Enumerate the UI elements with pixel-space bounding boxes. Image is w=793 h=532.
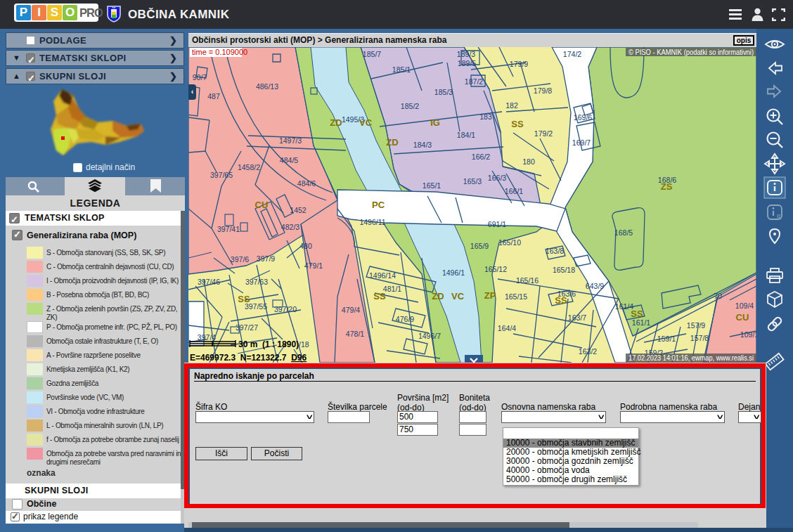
svg-text:165/10: 165/10 xyxy=(498,238,521,247)
svg-text:484/5: 484/5 xyxy=(280,156,298,164)
svg-text:E=469972.3 N=121322.7 D96: E=469972.3 N=121322.7 D96 xyxy=(190,353,307,363)
svg-text:484/6: 484/6 xyxy=(297,179,316,188)
svg-text:161/1: 161/1 xyxy=(632,318,650,327)
svg-text:ZP: ZP xyxy=(484,290,496,301)
svg-text:185/2: 185/2 xyxy=(401,102,419,110)
svg-text:SS: SS xyxy=(555,295,567,306)
svg-text:166/3: 166/3 xyxy=(488,174,506,182)
svg-text:163/2: 163/2 xyxy=(579,347,597,356)
svg-text:479/1: 479/1 xyxy=(304,261,323,270)
svg-text:© PISO - KAMNIK (podatki so in: © PISO - KAMNIK (podatki so informativni… xyxy=(628,48,754,56)
svg-text:184/3: 184/3 xyxy=(413,141,432,149)
svg-text:478/1: 478/1 xyxy=(346,330,364,338)
svg-text:1458/2: 1458/2 xyxy=(238,163,260,171)
svg-text:180: 180 xyxy=(522,157,535,166)
svg-text:1496/7: 1496/7 xyxy=(418,332,441,340)
svg-text:691/1: 691/1 xyxy=(488,220,506,228)
svg-text:397/46: 397/46 xyxy=(198,278,220,286)
svg-text:479/4: 479/4 xyxy=(342,306,360,314)
svg-text:179/9: 179/9 xyxy=(510,60,528,68)
svg-text:481/1: 481/1 xyxy=(383,285,401,293)
svg-text:169/6: 169/6 xyxy=(574,113,592,122)
svg-text:165/9: 165/9 xyxy=(470,242,489,250)
svg-text:IG: IG xyxy=(430,117,440,128)
svg-text:397/4: 397/4 xyxy=(198,333,216,342)
svg-text:476/9: 476/9 xyxy=(396,315,414,323)
svg-text:397/20: 397/20 xyxy=(274,305,297,313)
svg-text:397/6: 397/6 xyxy=(231,255,249,264)
svg-text:183: 183 xyxy=(479,112,492,121)
svg-text:185/1: 185/1 xyxy=(392,65,411,74)
svg-text:482/3: 482/3 xyxy=(281,223,299,231)
svg-text:165/16: 165/16 xyxy=(516,276,539,285)
svg-text:166/1: 166/1 xyxy=(505,187,523,195)
svg-text:185/3: 185/3 xyxy=(434,88,453,96)
svg-text:179/2: 179/2 xyxy=(534,129,553,138)
svg-text:SS: SS xyxy=(511,119,524,129)
svg-text:397/41: 397/41 xyxy=(217,225,240,233)
svg-text:187/2: 187/2 xyxy=(465,77,483,86)
svg-text:1497/3: 1497/3 xyxy=(279,136,302,145)
svg-text:165/18: 165/18 xyxy=(553,266,575,274)
svg-text:163/8: 163/8 xyxy=(546,247,564,255)
svg-text:157/9: 157/9 xyxy=(687,321,705,330)
svg-text:486/13: 486/13 xyxy=(256,82,278,91)
svg-text:184/1: 184/1 xyxy=(457,131,475,139)
svg-text:SS: SS xyxy=(238,294,250,304)
svg-text:179/8: 179/8 xyxy=(534,86,552,95)
svg-text:169/7: 169/7 xyxy=(572,138,591,147)
svg-text:PC: PC xyxy=(372,200,385,210)
svg-text:ZD: ZD xyxy=(330,117,342,128)
svg-text:487: 487 xyxy=(207,92,220,100)
svg-text:159/1: 159/1 xyxy=(657,335,676,343)
svg-text:189/5: 189/5 xyxy=(458,59,476,67)
svg-text:SS: SS xyxy=(631,309,643,319)
svg-text:166/2: 166/2 xyxy=(472,153,490,161)
svg-text:182: 182 xyxy=(505,101,518,110)
svg-text:189/3: 189/3 xyxy=(457,50,475,58)
svg-text:time = 0.109000: time = 0.109000 xyxy=(192,48,247,56)
svg-text:397/9: 397/9 xyxy=(257,254,275,263)
svg-text:1452: 1452 xyxy=(290,206,307,214)
svg-text:30 m (1 : 1890): 30 m (1 : 1890) xyxy=(238,339,299,349)
svg-text:70: 70 xyxy=(714,292,722,300)
svg-text:168/5: 168/5 xyxy=(614,228,633,237)
svg-text:/18: /18 xyxy=(299,340,309,349)
svg-text:1496/1: 1496/1 xyxy=(442,268,465,277)
svg-text:643/9: 643/9 xyxy=(586,282,604,290)
svg-text:g: g xyxy=(777,212,780,219)
svg-text:ZD: ZD xyxy=(386,137,398,148)
svg-text:ZS: ZS xyxy=(661,181,673,192)
svg-text:163/7: 163/7 xyxy=(568,313,586,322)
svg-text:17.02.2023 14:01:16, ewmap, ww: 17.02.2023 14:01:16, ewmap, www.realis.s… xyxy=(628,353,754,362)
svg-text:157/8: 157/8 xyxy=(690,334,709,342)
svg-text:CU: CU xyxy=(255,200,269,210)
svg-text:397/65: 397/65 xyxy=(210,171,233,179)
svg-text:165/12: 165/12 xyxy=(484,265,507,273)
svg-text:397/63: 397/63 xyxy=(245,278,268,286)
svg-text:185/7: 185/7 xyxy=(363,50,381,58)
svg-text:1496/14: 1496/14 xyxy=(369,271,396,280)
svg-text:ZD: ZD xyxy=(432,291,444,301)
svg-text:109/1: 109/1 xyxy=(740,330,756,339)
svg-text:174/2: 174/2 xyxy=(563,50,581,58)
svg-text:SS: SS xyxy=(373,291,386,301)
svg-text:165/1: 165/1 xyxy=(423,181,441,190)
svg-text:164/4: 164/4 xyxy=(498,324,516,332)
svg-text:1496/11: 1496/11 xyxy=(359,218,385,226)
svg-text:VC: VC xyxy=(451,291,465,301)
svg-text:109/4: 109/4 xyxy=(735,301,754,310)
svg-text:165/15: 165/15 xyxy=(505,292,527,301)
svg-text:165/3: 165/3 xyxy=(463,177,482,186)
svg-text:VC: VC xyxy=(359,117,373,128)
svg-text:90/7: 90/7 xyxy=(193,73,207,82)
svg-text:CU: CU xyxy=(736,312,749,323)
